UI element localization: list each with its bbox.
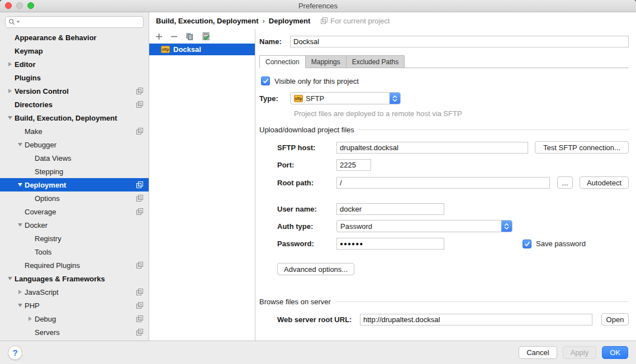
upload-section-header: Upload/download project files xyxy=(259,126,629,134)
close-window-button[interactable] xyxy=(5,2,12,9)
chevron-down-icon[interactable] xyxy=(16,183,25,186)
sidebar-item-label: Plugins xyxy=(15,74,41,82)
browse-root-path-button[interactable]: ... xyxy=(557,176,573,189)
autodetect-button[interactable]: Autodetect xyxy=(580,176,629,189)
web-server-root-url-input[interactable] xyxy=(360,314,592,325)
type-value: SFTP xyxy=(306,94,324,103)
sidebar-item-tools[interactable]: Tools xyxy=(0,245,149,258)
sidebar-item-build-execution-deployment[interactable]: Build, Execution, Deployment xyxy=(0,111,149,124)
visible-only-checkbox[interactable] xyxy=(261,76,270,85)
sidebar-item-required-plugins[interactable]: Required Plugins xyxy=(0,258,149,272)
tab-excluded-paths[interactable]: Excluded Paths xyxy=(347,55,405,68)
sidebar-item-make[interactable]: Make xyxy=(0,124,149,138)
sidebar-item-label: Languages & Frameworks xyxy=(15,275,105,283)
breadcrumb-category[interactable]: Build, Execution, Deployment xyxy=(156,17,258,25)
auth-type-select[interactable]: Password xyxy=(336,220,512,232)
sidebar-item-coverage[interactable]: Coverage xyxy=(0,205,149,218)
chevron-down-icon[interactable] xyxy=(6,277,15,280)
chevron-down-icon[interactable] xyxy=(6,116,15,119)
name-input[interactable] xyxy=(290,36,629,47)
sidebar-item-docker[interactable]: Docker xyxy=(0,218,149,232)
sidebar-item-keymap[interactable]: Keymap xyxy=(0,44,149,58)
copy-server-button[interactable] xyxy=(186,32,194,41)
add-server-button[interactable] xyxy=(155,33,163,40)
sidebar-item-label: Deployment xyxy=(25,181,66,189)
type-select[interactable]: sftp SFTP xyxy=(290,92,401,104)
sidebar-item-data-views[interactable]: Data Views xyxy=(0,151,149,165)
chevron-right-icon[interactable] xyxy=(16,290,25,294)
sidebar-item-registry[interactable]: Registry xyxy=(0,232,149,245)
use-as-default-button[interactable] xyxy=(202,32,211,41)
name-label: Name: xyxy=(259,37,290,46)
sidebar-item-appearance-behavior[interactable]: Appearance & Behavior xyxy=(0,31,149,44)
browse-section-title: Browse files on server xyxy=(259,298,331,306)
sidebar-item-php[interactable]: PHP xyxy=(0,299,149,312)
chevron-right-icon[interactable] xyxy=(26,317,35,321)
test-sftp-connection-button[interactable]: Test SFTP connection... xyxy=(535,141,629,154)
apply-button[interactable]: Apply xyxy=(563,346,597,359)
server-list-toolbar xyxy=(149,29,255,44)
breadcrumb-page: Deployment xyxy=(269,17,310,25)
chevron-down-icon[interactable] xyxy=(16,304,25,307)
user-name-input[interactable] xyxy=(336,203,444,215)
sidebar-item-label: Stepping xyxy=(35,167,63,176)
server-item-docksal[interactable]: sftpDocksal xyxy=(149,44,255,55)
sidebar-item-label: Debugger xyxy=(25,141,56,149)
per-project-icon xyxy=(136,208,143,215)
visible-only-label: Visible only for this project xyxy=(274,77,359,85)
per-project-icon xyxy=(321,17,328,24)
sidebar-item-languages-frameworks[interactable]: Languages & Frameworks xyxy=(0,272,149,285)
sidebar-item-label: Build, Execution, Deployment xyxy=(15,114,117,122)
sidebar-item-label: Servers xyxy=(35,328,60,337)
sidebar-item-deployment[interactable]: Deployment xyxy=(0,178,149,191)
sidebar-item-label: Registry xyxy=(35,234,61,243)
sidebar-item-options[interactable]: Options xyxy=(0,191,149,205)
sidebar-item-javascript[interactable]: JavaScript xyxy=(0,285,149,299)
sidebar-item-debugger[interactable]: Debugger xyxy=(0,138,149,151)
select-stepper-icon xyxy=(390,93,400,104)
sidebar-item-servers[interactable]: Servers xyxy=(0,325,149,339)
port-input[interactable] xyxy=(336,159,371,171)
tab-mappings[interactable]: Mappings xyxy=(306,55,347,68)
cancel-button[interactable]: Cancel xyxy=(519,346,557,359)
ok-button[interactable]: OK xyxy=(602,346,628,359)
password-input[interactable] xyxy=(336,238,444,250)
sidebar-item-label: Coverage xyxy=(25,208,56,216)
per-project-icon xyxy=(136,101,143,108)
sftp-file-icon: sftp xyxy=(161,46,170,53)
save-password-checkbox[interactable] xyxy=(523,240,531,248)
server-list-panel: sftpDocksal xyxy=(149,29,255,341)
root-path-input[interactable] xyxy=(336,177,550,189)
chevron-right-icon[interactable] xyxy=(6,89,15,93)
sidebar-item-directories[interactable]: Directories xyxy=(0,98,149,111)
open-url-button[interactable]: Open xyxy=(601,313,629,325)
browse-section-header: Browse files on server xyxy=(259,298,629,306)
settings-search-box[interactable] xyxy=(5,16,144,28)
sidebar-item-editor[interactable]: Editor xyxy=(0,58,149,71)
sidebar-item-label: Keymap xyxy=(15,47,43,55)
remove-server-button[interactable] xyxy=(170,33,178,40)
tab-connection[interactable]: Connection xyxy=(259,55,306,68)
sidebar-item-version-control[interactable]: Version Control xyxy=(0,84,149,98)
chevron-down-icon[interactable] xyxy=(16,223,25,227)
advanced-options-button[interactable]: Advanced options... xyxy=(277,263,354,275)
help-button[interactable]: ? xyxy=(8,346,22,360)
user-name-label: User name: xyxy=(277,205,336,213)
sidebar-item-label: Required Plugins xyxy=(25,261,80,270)
sidebar-item-label: Make xyxy=(25,127,42,136)
chevron-down-icon[interactable] xyxy=(16,143,25,146)
zoom-window-button[interactable] xyxy=(27,2,34,9)
search-input[interactable] xyxy=(21,17,140,27)
auth-type-value: Password xyxy=(340,222,372,231)
sidebar-item-stepping[interactable]: Stepping xyxy=(0,165,149,178)
checkmark-icon xyxy=(524,241,530,247)
minimize-window-button[interactable] xyxy=(16,2,23,9)
sftp-host-input[interactable] xyxy=(336,142,528,154)
chevron-right-icon[interactable] xyxy=(6,62,15,66)
sidebar-item-label: Docker xyxy=(25,221,48,229)
window-title: Preferences xyxy=(298,2,338,10)
sidebar-item-debug[interactable]: Debug xyxy=(0,312,149,325)
search-options-chevron-icon xyxy=(16,21,20,23)
sidebar-item-plugins[interactable]: Plugins xyxy=(0,71,149,84)
traffic-lights xyxy=(5,2,34,9)
